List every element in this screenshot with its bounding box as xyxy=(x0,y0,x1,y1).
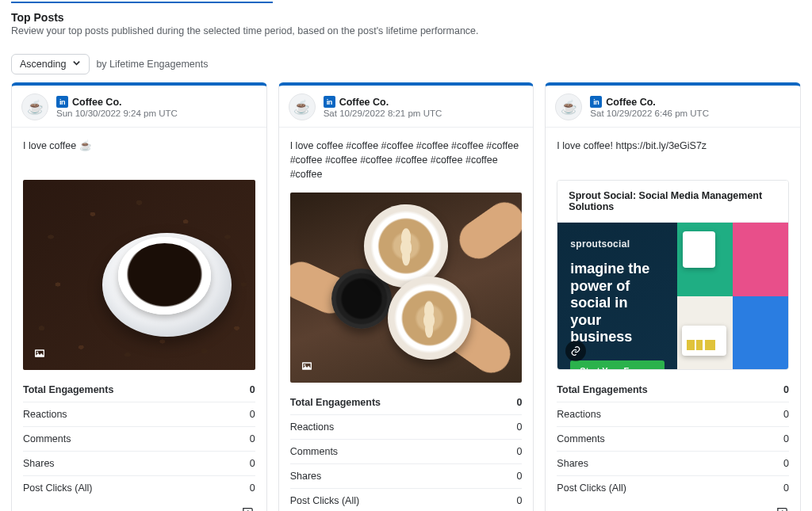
metric-value: 0 xyxy=(516,446,522,457)
link-preview-collage xyxy=(677,223,788,369)
metric-label: Post Clicks (All) xyxy=(23,482,93,494)
tag-post-button[interactable] xyxy=(239,503,257,511)
metric-value: 0 xyxy=(250,384,255,395)
metric-value: 0 xyxy=(516,421,522,433)
author-name[interactable]: Coffee Co. xyxy=(606,97,656,108)
post-link-preview[interactable]: Sprout Social: Social Media Management S… xyxy=(557,180,789,370)
metric-label: Reactions xyxy=(557,409,601,420)
link-preview-headline: imagine the power of social in your busi… xyxy=(570,261,665,346)
metric-value: 0 xyxy=(783,482,789,494)
post-header: ☕ in Coffee Co. Sat 10/29/2022 6:46 pm U… xyxy=(546,86,800,128)
post-header: ☕ in Coffee Co. Sat 10/29/2022 8:21 pm U… xyxy=(279,86,534,128)
author-name[interactable]: Coffee Co. xyxy=(72,97,122,108)
sort-direction-label: Ascending xyxy=(20,59,66,70)
section-subtitle: Review your top posts published during t… xyxy=(11,25,801,36)
link-preview-brand: sproutsocial xyxy=(570,238,665,250)
metric-value: 0 xyxy=(516,495,522,506)
post-cards: ☕ in Coffee Co. Sun 10/30/2022 9:24 pm U… xyxy=(11,82,801,511)
metric-label: Comments xyxy=(290,446,338,457)
post-timestamp: Sun 10/30/2022 9:24 pm UTC xyxy=(56,109,178,118)
sort-direction-dropdown[interactable]: Ascending xyxy=(11,54,90,74)
post-text: I love coffee! https://bit.ly/3eGiS7z xyxy=(546,128,800,175)
linkedin-network-icon: in xyxy=(324,96,335,108)
linkedin-network-icon: in xyxy=(56,96,68,108)
post-card: ☕ in Coffee Co. Sat 10/29/2022 8:21 pm U… xyxy=(278,82,534,511)
post-image[interactable] xyxy=(290,193,523,383)
metric-value: 0 xyxy=(783,458,789,469)
linkedin-network-icon: in xyxy=(590,96,602,108)
metric-label: Total Engagements xyxy=(23,384,113,395)
post-image[interactable] xyxy=(23,180,255,370)
metrics-table: Total Engagements0 Reactions0 Comments0 … xyxy=(12,370,266,501)
post-text: I love coffee ☕ xyxy=(12,128,266,175)
link-preview-cta: Start Your Free Trial xyxy=(570,360,665,369)
post-card: ☕ in Coffee Co. Sun 10/30/2022 9:24 pm U… xyxy=(11,82,267,511)
metrics-table: Total Engagements0 Reactions0 Comments0 … xyxy=(546,370,800,501)
metric-label: Shares xyxy=(290,471,322,482)
metric-label: Post Clicks (All) xyxy=(557,482,626,494)
section-title: Top Posts xyxy=(11,11,801,24)
metric-value: 0 xyxy=(783,409,789,420)
metric-value: 0 xyxy=(783,384,789,395)
chevron-down-icon xyxy=(72,59,81,70)
post-timestamp: Sat 10/29/2022 6:46 pm UTC xyxy=(590,109,709,118)
metric-value: 0 xyxy=(783,433,789,444)
metric-label: Comments xyxy=(23,433,71,444)
avatar: ☕ xyxy=(289,93,316,120)
metric-label: Shares xyxy=(23,458,55,469)
post-text: I love coffee #coffee #coffee #coffee #c… xyxy=(279,128,534,188)
metrics-table: Total Engagements0 Reactions0 Comments0 … xyxy=(279,383,534,511)
post-card: ☕ in Coffee Co. Sat 10/29/2022 6:46 pm U… xyxy=(545,82,801,511)
metric-value: 0 xyxy=(516,397,522,408)
sort-by-text: by Lifetime Engagements xyxy=(96,59,208,70)
metric-label: Total Engagements xyxy=(290,397,381,408)
metric-label: Shares xyxy=(557,458,588,469)
post-header: ☕ in Coffee Co. Sun 10/30/2022 9:24 pm U… xyxy=(12,86,266,128)
metric-label: Reactions xyxy=(23,409,67,420)
metric-label: Reactions xyxy=(290,421,335,433)
metric-label: Comments xyxy=(557,433,604,444)
tag-post-button[interactable] xyxy=(773,503,791,511)
metric-label: Total Engagements xyxy=(557,384,647,395)
metric-value: 0 xyxy=(250,409,255,420)
metric-label: Post Clicks (All) xyxy=(290,495,360,506)
metric-value: 0 xyxy=(250,482,255,494)
author-name[interactable]: Coffee Co. xyxy=(339,97,389,108)
metric-value: 0 xyxy=(250,433,255,444)
avatar: ☕ xyxy=(555,93,582,120)
post-timestamp: Sat 10/29/2022 8:21 pm UTC xyxy=(324,109,442,118)
metric-value: 0 xyxy=(516,471,522,482)
metric-value: 0 xyxy=(250,458,255,469)
link-preview-title: Sprout Social: Social Media Management S… xyxy=(557,181,788,223)
image-icon xyxy=(31,345,48,362)
image-icon xyxy=(298,357,316,375)
avatar: ☕ xyxy=(21,93,48,120)
